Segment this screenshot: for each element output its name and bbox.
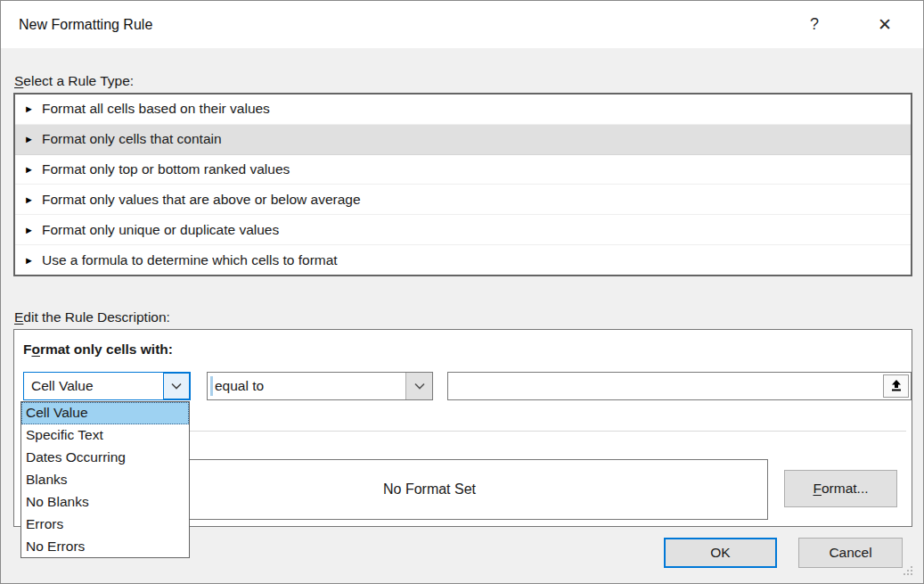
dropdown-option-no-blanks[interactable]: No Blanks bbox=[21, 490, 189, 513]
condition-type-combobox[interactable]: Cell Value bbox=[23, 372, 191, 400]
rule-type-item[interactable]: ► Format all cells based on their values bbox=[15, 95, 911, 125]
dropdown-option-dates-occurring[interactable]: Dates Occurring bbox=[21, 447, 189, 469]
rule-description-label: Edit the Rule Description: bbox=[14, 309, 170, 325]
new-formatting-rule-dialog: New Formatting Rule ? ✕ Select a Rule Ty… bbox=[0, 0, 924, 584]
rule-type-item[interactable]: ► Format only top or bottom ranked value… bbox=[15, 155, 911, 185]
arrow-right-icon: ► bbox=[24, 225, 42, 235]
dropdown-option-no-errors[interactable]: No Errors bbox=[21, 535, 189, 557]
ok-button[interactable]: OK bbox=[664, 538, 777, 568]
condition-type-dropdown-list: Cell Value Specific Text Dates Occurring… bbox=[20, 401, 190, 558]
rule-type-item[interactable]: ► Use a formula to determine which cells… bbox=[15, 245, 911, 275]
dropdown-option-cell-value[interactable]: Cell Value bbox=[21, 402, 189, 424]
rule-type-item[interactable]: ► Format only unique or duplicate values bbox=[15, 215, 911, 245]
rule-type-item-selected[interactable]: ► Format only cells that contain bbox=[15, 125, 911, 155]
format-button[interactable]: Format... bbox=[784, 470, 897, 507]
close-button[interactable]: ✕ bbox=[864, 1, 905, 48]
text-caret bbox=[210, 376, 213, 396]
format-preview: No Format Set bbox=[91, 459, 768, 520]
chevron-down-icon bbox=[414, 382, 425, 390]
rule-type-item-label: Format all cells based on their values bbox=[42, 101, 270, 117]
help-button[interactable]: ? bbox=[794, 1, 835, 48]
format-preview-text: No Format Set bbox=[383, 481, 476, 498]
rule-type-item-label: Format only unique or duplicate values bbox=[42, 222, 279, 238]
close-icon: ✕ bbox=[878, 15, 892, 34]
dropdown-option-errors[interactable]: Errors bbox=[21, 513, 189, 535]
cancel-button[interactable]: Cancel bbox=[798, 538, 903, 568]
dropdown-option-blanks[interactable]: Blanks bbox=[21, 469, 189, 491]
collapse-dialog-button[interactable] bbox=[883, 374, 909, 398]
format-only-cells-with-label: Format only cells with: bbox=[23, 341, 173, 358]
title-bar: New Formatting Rule ? ✕ bbox=[1, 1, 923, 48]
rule-type-list: ► Format all cells based on their values… bbox=[13, 93, 912, 276]
operator-value: equal to bbox=[215, 373, 264, 399]
rule-type-label: Select a Rule Type: bbox=[14, 73, 134, 89]
resize-grip[interactable] bbox=[904, 565, 914, 576]
rule-type-item[interactable]: ► Format only values that are above or b… bbox=[15, 185, 911, 215]
dropdown-option-specific-text[interactable]: Specific Text bbox=[21, 424, 189, 447]
combobox-dropdown-button[interactable] bbox=[405, 373, 432, 399]
help-icon: ? bbox=[810, 15, 819, 33]
rule-type-item-label: Format only top or bottom ranked values bbox=[42, 161, 290, 177]
arrow-right-icon: ► bbox=[24, 103, 42, 114]
condition-type-value: Cell Value bbox=[31, 373, 94, 399]
operator-combobox[interactable]: equal to bbox=[207, 372, 433, 400]
rule-type-item-label: Format only cells that contain bbox=[42, 131, 222, 147]
arrow-right-icon: ► bbox=[24, 255, 42, 266]
rule-type-item-label: Format only values that are above or bel… bbox=[42, 192, 361, 208]
arrow-right-icon: ► bbox=[24, 164, 42, 175]
chevron-down-icon bbox=[171, 382, 182, 390]
collapse-dialog-up-arrow-icon bbox=[889, 379, 904, 393]
combobox-dropdown-button[interactable] bbox=[163, 373, 190, 399]
rule-value-input[interactable] bbox=[447, 372, 912, 400]
arrow-right-icon: ► bbox=[24, 134, 42, 144]
arrow-right-icon: ► bbox=[24, 194, 42, 205]
rule-type-item-label: Use a formula to determine which cells t… bbox=[42, 252, 338, 268]
dialog-title: New Formatting Rule bbox=[19, 1, 152, 48]
